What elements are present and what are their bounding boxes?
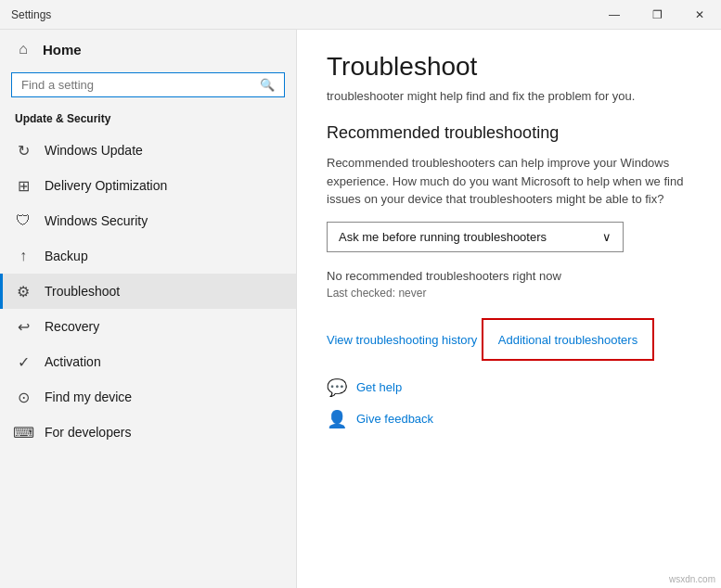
titlebar-controls: — ❐ ✕ — [593, 0, 721, 29]
sidebar-item-find-my-device[interactable]: ⊙ Find my device — [0, 379, 296, 415]
troubleshooter-dropdown[interactable]: Ask me before running troubleshooters ∨ — [327, 222, 624, 252]
get-help-icon: 💬 — [327, 377, 347, 398]
sidebar-item-delivery-optimization[interactable]: ⊞ Delivery Optimization — [0, 168, 296, 203]
troubleshoot-icon: ⚙ — [15, 283, 32, 300]
windows-security-icon: 🛡 — [15, 212, 32, 229]
sidebar-item-label: Find my device — [45, 390, 132, 404]
sidebar-item-label: Troubleshoot — [45, 284, 120, 299]
dropdown-value: Ask me before running troubleshooters — [339, 230, 547, 244]
page-subtitle: troubleshooter might help find and fix t… — [327, 89, 691, 103]
section-title: Update & Security — [0, 107, 296, 133]
page-title: Troubleshoot — [327, 52, 691, 82]
sidebar-item-for-developers[interactable]: ⌨ For developers — [0, 415, 296, 450]
view-history-link[interactable]: View troubleshooting history — [327, 333, 477, 347]
additional-troubleshooters-box[interactable]: Additional troubleshooters — [482, 318, 654, 361]
give-feedback-icon: 👤 — [327, 409, 347, 429]
chevron-down-icon: ∨ — [602, 230, 612, 244]
sidebar-item-windows-update[interactable]: ↻ Windows Update — [0, 133, 296, 168]
recovery-icon: ↩ — [15, 318, 32, 335]
sidebar-item-label: Delivery Optimization — [45, 178, 167, 193]
recommended-section-title: Recommended troubleshooting — [327, 123, 691, 143]
get-help-item: 💬 Get help — [327, 377, 691, 398]
app-body: ⌂ Home 🔍 Update & Security ↻ Windows Upd… — [0, 30, 721, 588]
sidebar: ⌂ Home 🔍 Update & Security ↻ Windows Upd… — [0, 30, 297, 588]
sidebar-item-windows-security[interactable]: 🛡 Windows Security — [0, 203, 296, 238]
find-my-device-icon: ⊙ — [15, 389, 32, 405]
status-text: No recommended troubleshooters right now — [327, 269, 691, 283]
close-button[interactable]: ✕ — [678, 0, 721, 30]
sidebar-item-label: Recovery — [45, 319, 99, 334]
sidebar-item-backup[interactable]: ↑ Backup — [0, 238, 296, 274]
search-box[interactable]: 🔍 — [11, 72, 285, 97]
sidebar-item-label: Windows Security — [45, 213, 148, 228]
activation-icon: ✓ — [15, 353, 32, 370]
backup-icon: ↑ — [15, 248, 32, 264]
sidebar-item-recovery[interactable]: ↩ Recovery — [0, 309, 296, 344]
windows-update-icon: ↻ — [15, 142, 32, 159]
give-feedback-link[interactable]: Give feedback — [356, 412, 433, 426]
sidebar-item-activation[interactable]: ✓ Activation — [0, 344, 296, 379]
sidebar-item-label: Activation — [45, 354, 101, 369]
additional-troubleshooters-link[interactable]: Additional troubleshooters — [498, 333, 637, 347]
minimize-button[interactable]: — — [593, 0, 636, 30]
sidebar-item-home[interactable]: ⌂ Home — [0, 30, 296, 69]
for-developers-icon: ⌨ — [15, 424, 32, 441]
sidebar-item-label: For developers — [45, 425, 131, 440]
home-icon: ⌂ — [15, 41, 32, 58]
search-input[interactable] — [21, 78, 254, 92]
main-content: Troubleshoot troubleshooter might help f… — [297, 30, 721, 588]
home-label: Home — [43, 42, 82, 58]
get-help-link[interactable]: Get help — [356, 380, 402, 394]
sidebar-item-label: Backup — [45, 249, 88, 263]
maximize-button[interactable]: ❐ — [636, 0, 678, 30]
titlebar-title: Settings — [11, 8, 51, 21]
status-subtext: Last checked: never — [327, 287, 691, 300]
recommended-desc: Recommended troubleshooters can help imp… — [327, 154, 691, 209]
delivery-optimization-icon: ⊞ — [15, 177, 32, 194]
give-feedback-item: 👤 Give feedback — [327, 409, 691, 429]
watermark: wsxdn.com — [669, 574, 715, 584]
titlebar: Settings — ❐ ✕ — [0, 0, 721, 30]
search-icon: 🔍 — [260, 78, 275, 92]
sidebar-item-troubleshoot[interactable]: ⚙ Troubleshoot — [0, 274, 296, 309]
sidebar-item-label: Windows Update — [45, 143, 143, 158]
